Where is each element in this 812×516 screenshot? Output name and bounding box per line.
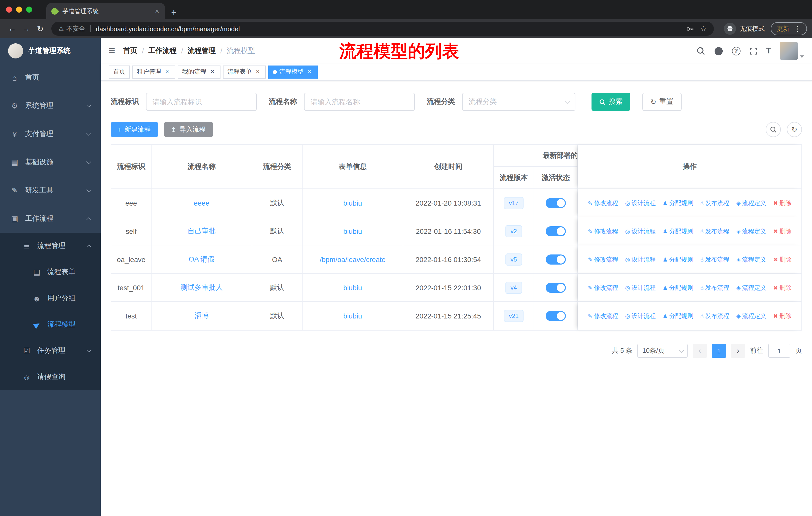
row-action-link[interactable]: ✖ 删除 [773,227,791,236]
row-action-link[interactable]: ◎ 设计流程 [625,199,656,207]
sidebar-item-system-mgmt[interactable]: ⚙ 系统管理 [0,92,101,120]
bookmark-star-icon[interactable]: ☆ [700,24,707,33]
activation-toggle[interactable] [546,282,566,293]
refresh-table-button[interactable]: ↻ [787,122,802,137]
row-action-link[interactable]: ✎ 修改流程 [588,312,618,321]
close-window-button[interactable] [6,6,12,12]
fullscreen-icon[interactable] [749,47,757,55]
process-key-input[interactable] [146,93,257,111]
tag-close-icon[interactable]: × [306,68,313,75]
create-process-button[interactable]: + 新建流程 [111,122,158,137]
back-icon[interactable]: ← [5,24,19,33]
row-action-link[interactable]: ♟ 分配规则 [663,283,693,292]
sidebar-item-workflow[interactable]: ▣ 工作流程 [0,205,101,233]
process-name-link[interactable]: 测试多审批人 [180,283,223,291]
forward-icon[interactable]: → [19,24,33,33]
row-action-link[interactable]: ◎ 设计流程 [625,283,656,292]
sidebar-item-leave-query[interactable]: ☺ 请假查询 [0,364,101,390]
process-name-link[interactable]: eeee [194,199,209,207]
browser-tab[interactable]: 芋道管理系统 × [46,3,165,19]
tag-close-icon[interactable]: × [209,68,216,75]
app-logo[interactable]: 芋道管理系统 [0,38,101,63]
row-action-link[interactable]: ♟ 分配规则 [663,255,693,264]
form-info-link[interactable]: biubiu [343,199,362,207]
row-action-link[interactable]: ☝ 发布流程 [700,199,729,207]
row-action-link[interactable]: ✖ 删除 [773,199,791,207]
next-page-button[interactable]: › [731,344,745,358]
password-key-icon[interactable] [686,24,694,33]
form-info-link[interactable]: biubiu [343,312,362,320]
activation-toggle[interactable] [546,198,566,208]
row-action-link[interactable]: ◈ 流程定义 [736,312,766,321]
sidebar-item-home[interactable]: ⌂ 首页 [0,63,101,92]
row-action-link[interactable]: ✎ 修改流程 [588,199,618,207]
row-action-link[interactable]: ◎ 设计流程 [625,312,656,321]
row-action-link[interactable]: ◈ 流程定义 [736,227,766,236]
process-name-link[interactable]: OA 请假 [189,255,215,263]
row-action-link[interactable]: ☝ 发布流程 [700,227,729,236]
row-action-link[interactable]: ◎ 设计流程 [625,255,656,264]
new-tab-button[interactable]: + [171,8,176,17]
sidebar-item-process-form[interactable]: ▤ 流程表单 [0,259,101,285]
row-action-link[interactable]: ✖ 删除 [773,255,791,264]
sidebar-item-task-mgmt[interactable]: ☑ 任务管理 [0,337,101,364]
row-action-link[interactable]: ✎ 修改流程 [588,255,618,264]
address-bar[interactable]: ⚠ 不安全 dashboard.yudao.iocoder.cn/bpm/man… [51,22,714,36]
row-action-link[interactable]: ◈ 流程定义 [736,199,766,207]
row-action-link[interactable]: ✎ 修改流程 [588,227,618,236]
row-action-link[interactable]: ◈ 流程定义 [736,255,766,264]
prev-page-button[interactable]: ‹ [693,344,707,358]
row-action-link[interactable]: ☝ 发布流程 [700,312,729,321]
font-size-icon[interactable]: T [766,46,771,56]
page-jump-input[interactable] [768,344,790,358]
sidebar-item-process-mgmt[interactable]: ≣ 流程管理 [0,233,101,259]
toggle-search-button[interactable] [766,122,781,137]
process-name-input[interactable] [304,93,415,111]
row-action-link[interactable]: ✎ 修改流程 [588,283,618,292]
search-button[interactable]: 搜索 [591,93,630,111]
reload-icon[interactable]: ↻ [33,24,47,33]
tag-item[interactable]: 我的流程 × [178,65,221,78]
reset-button[interactable]: ↻ 重置 [642,93,682,111]
import-process-button[interactable]: ↥ 导入流程 [164,122,213,137]
process-category-select[interactable]: 流程分类 [462,93,575,111]
row-action-link[interactable]: ♟ 分配规则 [663,312,693,321]
activation-toggle[interactable] [546,226,566,236]
tag-item[interactable]: 流程表单 × [223,65,266,78]
tag-close-icon[interactable]: × [164,68,171,75]
minimize-window-button[interactable] [16,6,22,12]
zoom-window-button[interactable] [26,6,32,12]
page-number-button[interactable]: 1 [712,344,726,358]
tag-item[interactable]: 首页 × [109,65,130,78]
sidebar-item-user-group[interactable]: ☻ 用户分组 [0,285,101,311]
sidebar-item-infrastructure[interactable]: ▤ 基础设施 [0,148,101,176]
form-info-link[interactable]: /bpm/oa/leave/create [320,255,386,263]
row-action-link[interactable]: ✖ 删除 [773,283,791,292]
row-action-link[interactable]: ◎ 设计流程 [625,227,656,236]
form-info-link[interactable]: biubiu [343,283,362,292]
row-action-link[interactable]: ◈ 流程定义 [736,283,766,292]
tab-close-icon[interactable]: × [154,7,160,15]
activation-toggle[interactable] [546,254,566,264]
tag-item[interactable]: 租户管理 × [133,65,175,78]
process-name-link[interactable]: 自己审批 [187,226,216,235]
search-icon[interactable] [696,46,705,55]
tag-item[interactable]: 流程模型 × [268,65,318,78]
row-action-link[interactable]: ☝ 发布流程 [700,255,729,264]
row-action-link[interactable]: ♟ 分配规则 [663,199,693,207]
process-name-link[interactable]: 滔博 [195,311,209,320]
browser-update-button[interactable]: 更新 ⋮ [771,22,807,35]
sidebar-item-process-model[interactable]: ▶ 流程模型 [0,311,101,337]
tag-close-icon[interactable]: × [254,68,261,75]
row-action-link[interactable]: ♟ 分配规则 [663,227,693,236]
row-action-link[interactable]: ☝ 发布流程 [700,283,729,292]
page-size-select[interactable]: 10条/页 [637,344,688,358]
github-icon[interactable] [714,46,723,56]
row-action-link[interactable]: ✖ 删除 [773,312,791,321]
sidebar-item-dev-tools[interactable]: ✎ 研发工具 [0,176,101,205]
help-icon[interactable]: ? [732,47,740,55]
user-avatar[interactable] [780,42,804,60]
browser-menu-icon[interactable]: ⋮ [794,25,801,33]
form-info-link[interactable]: biubiu [343,227,362,235]
sidebar-item-payment-mgmt[interactable]: ¥ 支付管理 [0,120,101,148]
